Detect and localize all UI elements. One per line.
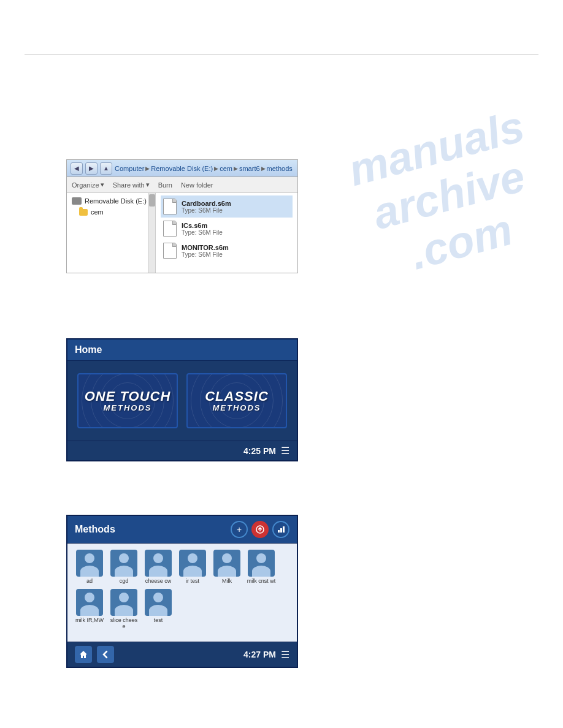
- methods-menu-icon[interactable]: ☰: [281, 649, 289, 661]
- left-panel-scrollbar[interactable]: [148, 193, 155, 273]
- folder-icon: [79, 209, 88, 216]
- home-time: 4:25 PM: [243, 446, 276, 456]
- fe-back-button[interactable]: ◀: [71, 162, 83, 175]
- avatar-test: [145, 589, 172, 616]
- methods-screen: Methods + ad: [66, 515, 298, 668]
- fe-forward-button[interactable]: ▶: [85, 162, 98, 175]
- svg-rect-2: [280, 528, 282, 533]
- methods-time: 4:27 PM: [243, 650, 276, 659]
- scrollbar-thumb[interactable]: [149, 194, 155, 207]
- method-item-cgd[interactable]: cgd: [109, 550, 139, 584]
- import-icon: [256, 525, 264, 534]
- breadcrumb-cem[interactable]: cem: [220, 165, 232, 172]
- file-info-ics: ICs.s6m Type: S6M File: [182, 222, 223, 236]
- home-content: ONE TOUCH METHODS CLASSIC METHODS: [67, 361, 297, 441]
- avatar-cheese-cw: [145, 550, 172, 577]
- method-label-slice-cheese: slice cheese: [109, 617, 139, 629]
- fe-left-cem[interactable]: cem: [67, 207, 155, 218]
- file-info-cardboard: Cardboard.s6m Type: S6M File: [182, 200, 231, 214]
- method-item-ad[interactable]: ad: [75, 550, 104, 584]
- avatar-milk-ir-mw: [76, 589, 103, 616]
- home-button[interactable]: [75, 646, 92, 663]
- home-menu-icon[interactable]: ☰: [281, 445, 289, 457]
- method-label-milk-ir-mw: milk IR,MW: [75, 617, 104, 623]
- classic-methods-button[interactable]: CLASSIC METHODS: [186, 373, 287, 428]
- file-icon-monitor: [163, 243, 177, 259]
- fe-titlebar: ◀ ▶ ▲ Computer ▶ Removable Disk (E:) ▶ c…: [67, 160, 297, 177]
- breadcrumb-smart6[interactable]: smart6: [239, 165, 260, 172]
- breadcrumb-computer[interactable]: Computer: [115, 165, 144, 172]
- methods-content: ad cgd cheese cw ir test Milk milk cnst …: [67, 544, 297, 642]
- one-touch-methods-button[interactable]: ONE TOUCH METHODS: [77, 373, 178, 428]
- methods-header: Methods +: [67, 516, 297, 544]
- breadcrumb-sep-2: ▶: [214, 165, 218, 172]
- fe-left-panel: Removable Disk (E:) cem: [67, 193, 156, 273]
- back-icon: [101, 650, 110, 659]
- fe-toolbar: Organize ▾ Share with ▾ Burn New folder: [67, 177, 297, 193]
- method-label-milk: Milk: [222, 578, 232, 584]
- svg-rect-1: [278, 530, 280, 533]
- organize-button[interactable]: Organize ▾: [72, 181, 104, 189]
- file-row-cardboard[interactable]: Cardboard.s6m Type: S6M File: [161, 195, 293, 218]
- method-label-test: test: [154, 617, 163, 623]
- chart-method-button[interactable]: [272, 521, 289, 538]
- avatar-milk-cnst-wt: [248, 550, 275, 577]
- import-method-button[interactable]: [251, 521, 269, 538]
- method-item-milk[interactable]: Milk: [212, 550, 242, 584]
- home-footer: 4:25 PM ☰: [67, 441, 297, 460]
- avatar-milk: [213, 550, 240, 577]
- burn-button[interactable]: Burn: [158, 181, 172, 189]
- fe-breadcrumb: Computer ▶ Removable Disk (E:) ▶ cem ▶ s…: [115, 165, 294, 172]
- breadcrumb-sep-1: ▶: [145, 165, 150, 172]
- add-method-button[interactable]: +: [231, 521, 248, 538]
- method-item-cheese-cw[interactable]: cheese cw: [144, 550, 173, 584]
- fe-up-button[interactable]: ▲: [100, 162, 112, 175]
- classic-subtitle: METHODS: [213, 403, 261, 412]
- svg-rect-3: [283, 526, 285, 533]
- one-touch-subtitle: METHODS: [104, 403, 152, 412]
- method-label-ad: ad: [86, 578, 93, 584]
- share-with-button[interactable]: Share with ▾: [113, 181, 150, 189]
- new-folder-button[interactable]: New folder: [181, 181, 213, 189]
- chart-icon: [277, 525, 285, 534]
- methods-grid: ad cgd cheese cw ir test Milk milk cnst …: [75, 550, 289, 629]
- method-item-test[interactable]: test: [144, 589, 173, 629]
- avatar-ir-test: [179, 550, 206, 577]
- breadcrumb-sep-4: ▶: [261, 165, 266, 172]
- avatar-cgd: [110, 550, 137, 577]
- breadcrumb-sep-3: ▶: [234, 165, 238, 172]
- method-label-cgd: cgd: [120, 578, 129, 584]
- file-icon-cardboard: [163, 199, 177, 214]
- file-explorer: ◀ ▶ ▲ Computer ▶ Removable Disk (E:) ▶ c…: [66, 159, 298, 273]
- method-item-slice-cheese[interactable]: slice cheese: [109, 589, 139, 629]
- back-button[interactable]: [97, 646, 114, 663]
- fe-body: Removable Disk (E:) cem Cardboard.s6m Ty…: [67, 193, 297, 273]
- home-screen: Home ONE TOUCH METHODS CLASSIC METHODS 4…: [66, 338, 298, 461]
- method-item-milk-ir-mw[interactable]: milk IR,MW: [75, 589, 104, 629]
- method-label-milk-cnst-wt: milk cnst wt: [247, 578, 276, 584]
- fe-left-removable-disk[interactable]: Removable Disk (E:): [67, 195, 155, 207]
- methods-title: Methods: [75, 524, 115, 535]
- classic-title: CLASSIC: [205, 390, 269, 403]
- method-label-cheese-cw: cheese cw: [145, 578, 172, 584]
- watermark: manuals archive .com: [343, 102, 554, 289]
- disk-icon: [72, 197, 82, 205]
- methods-footer: 4:27 PM ☰: [67, 642, 297, 667]
- top-divider: [25, 54, 538, 55]
- method-item-milk-cnst-wt[interactable]: milk cnst wt: [247, 550, 276, 584]
- file-row-monitor[interactable]: MONITOR.s6m Type: S6M File: [161, 240, 293, 262]
- methods-header-icons: +: [231, 521, 289, 538]
- method-item-ir-test[interactable]: ir test: [178, 550, 207, 584]
- avatar-slice-cheese: [110, 589, 137, 616]
- avatar-ad: [76, 550, 103, 577]
- home-icon: [79, 650, 88, 659]
- fe-right-panel: Cardboard.s6m Type: S6M File ICs.s6m Typ…: [156, 193, 297, 273]
- file-row-ics[interactable]: ICs.s6m Type: S6M File: [161, 218, 293, 240]
- home-header: Home: [67, 339, 297, 361]
- one-touch-title: ONE TOUCH: [85, 390, 171, 403]
- file-info-monitor: MONITOR.s6m Type: S6M File: [182, 244, 229, 258]
- breadcrumb-removable[interactable]: Removable Disk (E:): [151, 165, 213, 172]
- file-icon-ics: [163, 221, 177, 237]
- method-label-ir-test: ir test: [186, 578, 199, 584]
- breadcrumb-methods[interactable]: methods: [267, 165, 293, 172]
